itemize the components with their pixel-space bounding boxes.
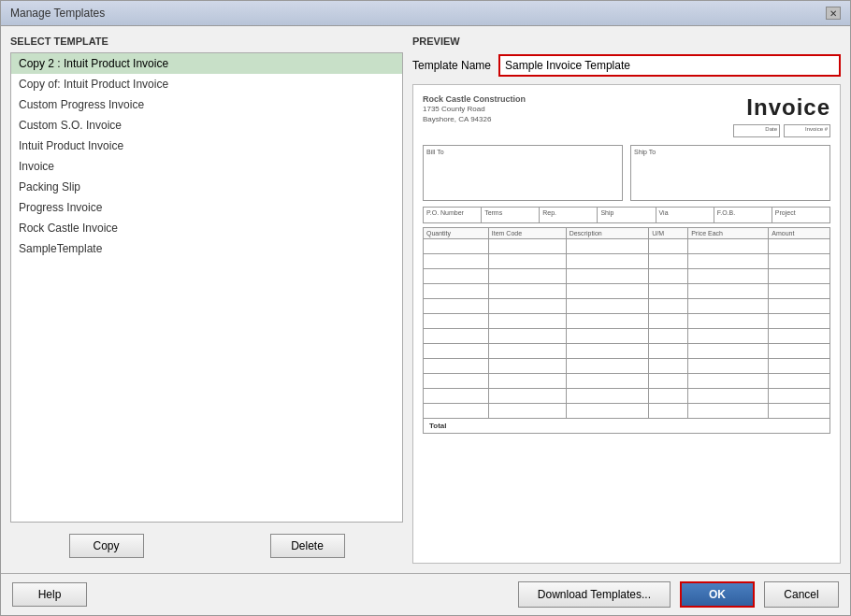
template-actions: Copy Delete: [10, 528, 403, 564]
table-cell: [424, 284, 489, 299]
table-row: [424, 314, 830, 329]
table-cell: [566, 269, 649, 284]
table-cell: [424, 329, 489, 344]
template-item[interactable]: Progress Invoice: [11, 197, 402, 218]
table-row: [424, 254, 830, 269]
download-button[interactable]: Download Templates...: [518, 581, 671, 608]
inv-field-cell: P.O. Number: [424, 208, 482, 222]
right-panel: PREVIEW Template Name Rock Castle Constr…: [412, 36, 841, 564]
table-cell: [649, 239, 688, 254]
delete-button[interactable]: Delete: [270, 534, 345, 558]
template-item[interactable]: SampleTemplate: [11, 238, 402, 259]
table-cell: [649, 404, 688, 419]
table-cell: [566, 314, 649, 329]
table-cell: [424, 299, 489, 314]
table-cell: [769, 389, 830, 404]
inv-field-cell: Ship: [598, 208, 656, 222]
table-row: [424, 284, 830, 299]
main-content: SELECT TEMPLATE Copy 2 : Intuit Product …: [1, 26, 850, 573]
table-cell: [488, 239, 566, 254]
table-cell: [649, 314, 688, 329]
bill-ship-section: Bill To Ship To: [423, 145, 830, 201]
table-row: [424, 374, 830, 389]
template-item[interactable]: Invoice: [11, 156, 402, 177]
table-row: [424, 404, 830, 419]
table-cell: [488, 314, 566, 329]
table-cell: [488, 254, 566, 269]
template-item[interactable]: Custom Progress Invoice: [11, 94, 402, 115]
table-row: [424, 329, 830, 344]
ok-button[interactable]: OK: [680, 581, 755, 608]
template-item[interactable]: Packing Slip: [11, 177, 402, 197]
table-row: [424, 299, 830, 314]
company-address1: 1735 County Road: [423, 104, 526, 114]
template-name-input[interactable]: [498, 54, 841, 77]
total-label: Total: [429, 422, 447, 430]
table-cell: [649, 344, 688, 359]
inv-field-cell: Rep.: [540, 208, 598, 222]
table-row: [424, 269, 830, 284]
table-cell: [488, 329, 566, 344]
template-item[interactable]: Copy of: Intuit Product Invoice: [11, 74, 402, 94]
table-cell: [688, 314, 769, 329]
table-cell: [688, 329, 769, 344]
table-cell: [649, 269, 688, 284]
inv-col-header: Description: [566, 228, 649, 239]
table-cell: [649, 299, 688, 314]
table-cell: [424, 314, 489, 329]
table-cell: [424, 269, 489, 284]
table-cell: [488, 374, 566, 389]
table-cell: [688, 299, 769, 314]
table-cell: [488, 299, 566, 314]
table-cell: [649, 359, 688, 374]
copy-button[interactable]: Copy: [69, 534, 144, 558]
dialog-title: Manage Templates: [10, 7, 105, 20]
cancel-button[interactable]: Cancel: [764, 581, 839, 608]
table-cell: [424, 254, 489, 269]
help-button[interactable]: Help: [12, 582, 87, 607]
table-cell: [488, 404, 566, 419]
inv-field-cell: Project: [772, 208, 829, 222]
inv-col-header: Item Code: [488, 228, 566, 239]
template-item[interactable]: Copy 2 : Intuit Product Invoice: [11, 53, 402, 74]
footer-bar: Help Download Templates... OK Cancel: [1, 573, 850, 615]
close-button[interactable]: ✕: [826, 7, 841, 20]
table-cell: [649, 374, 688, 389]
title-bar: Manage Templates ✕: [1, 1, 850, 26]
invoice-num-box: Invoice #: [784, 124, 830, 137]
table-cell: [769, 344, 830, 359]
template-list: Copy 2 : Intuit Product InvoiceCopy of: …: [10, 52, 403, 523]
template-name-row: Template Name: [412, 54, 841, 77]
inv-field-cell: Via: [656, 208, 714, 222]
table-row: [424, 239, 830, 254]
template-item[interactable]: Intuit Product Invoice: [11, 136, 402, 156]
table-cell: [688, 254, 769, 269]
table-cell: [566, 389, 649, 404]
footer-right: Download Templates... OK Cancel: [518, 581, 839, 608]
footer-left: Help: [12, 582, 87, 607]
table-row: [424, 359, 830, 374]
select-template-label: SELECT TEMPLATE: [10, 36, 403, 47]
table-cell: [488, 284, 566, 299]
table-cell: [424, 239, 489, 254]
table-cell: [424, 359, 489, 374]
bill-to-box: Bill To: [423, 145, 623, 201]
invoice-header: Rock Castle Construction 1735 County Roa…: [423, 94, 830, 137]
table-cell: [769, 404, 830, 419]
invoice-title-block: Invoice Date Invoice #: [733, 94, 830, 137]
template-item[interactable]: Custom S.O. Invoice: [11, 115, 402, 136]
table-cell: [566, 359, 649, 374]
table-cell: [769, 329, 830, 344]
template-item[interactable]: Rock Castle Invoice: [11, 218, 402, 238]
table-cell: [566, 239, 649, 254]
table-cell: [566, 344, 649, 359]
table-cell: [649, 389, 688, 404]
table-cell: [769, 314, 830, 329]
table-cell: [424, 389, 489, 404]
company-name: Rock Castle Construction: [423, 94, 526, 104]
table-cell: [769, 359, 830, 374]
table-cell: [769, 299, 830, 314]
table-cell: [769, 239, 830, 254]
table-cell: [488, 344, 566, 359]
table-cell: [688, 284, 769, 299]
